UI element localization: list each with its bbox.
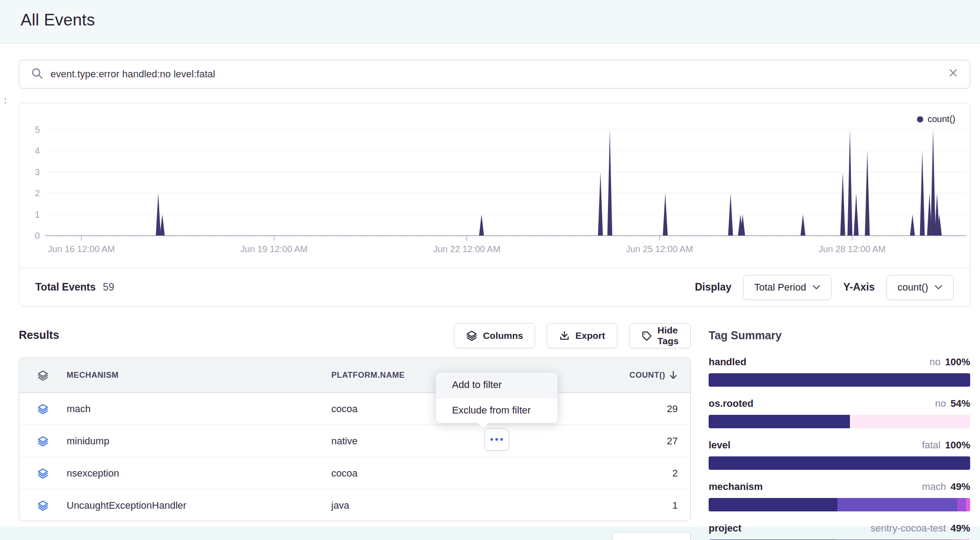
table-row[interactable]: minidumpnative27: [19, 425, 690, 457]
tag-name: project: [709, 523, 741, 534]
results-table: MECHANISM PLATFORM.NAME COUNT() machcoco…: [19, 358, 691, 521]
tag-summary-panel: Tag Summary handledno100%os.rootedno54%l…: [709, 329, 970, 540]
cell-count[interactable]: 1: [592, 500, 690, 511]
clear-search-icon[interactable]: [948, 68, 958, 80]
y-axis-tick-label: 0: [35, 231, 40, 240]
chevron-down-icon: [812, 285, 820, 290]
display-label: Display: [695, 281, 731, 293]
row-layers-icon[interactable]: [19, 435, 67, 447]
total-events-value: 59: [103, 281, 114, 293]
row-layers-icon[interactable]: [19, 403, 67, 415]
cell-count[interactable]: 27: [592, 435, 690, 447]
tag-group-os.rooted: os.rootedno54%: [709, 398, 970, 428]
results-title: Results: [19, 329, 59, 342]
legend-label: count(): [928, 114, 955, 124]
tag-percent: 49%: [950, 481, 970, 492]
chart-spike: [931, 130, 936, 236]
tag-distribution-bar[interactable]: [709, 373, 970, 387]
download-icon: [559, 330, 570, 342]
cell-platform[interactable]: native: [331, 435, 592, 447]
chevron-down-icon: [934, 285, 942, 290]
menu-item-exclude-from-filter[interactable]: Exclude from filter: [436, 398, 558, 423]
total-events-label: Total Events: [35, 281, 96, 293]
tag-top-value: no100%: [929, 356, 970, 368]
cell-actions-ellipsis-button[interactable]: [484, 428, 509, 451]
chart-spike: [479, 215, 484, 236]
tag-top-value: mach49%: [922, 481, 970, 493]
resize-handle[interactable]: [4, 98, 6, 104]
chart-spike: [840, 172, 845, 236]
tag-distribution-bar[interactable]: [709, 456, 970, 470]
cell-platform[interactable]: cocoa: [331, 468, 592, 479]
columns-button-label: Columns: [483, 330, 523, 341]
menu-item-add-to-filter[interactable]: Add to filter: [436, 372, 558, 397]
count-header-label: COUNT(): [629, 371, 665, 380]
x-axis-tick-label: Jun 19 12:00 AM: [241, 244, 308, 254]
tag-group-project: projectsentry-cocoa-test49%: [709, 523, 970, 540]
cell-context-menu: Add to filter Exclude from filter: [435, 372, 558, 423]
chart-spike: [598, 172, 603, 236]
export-button[interactable]: Export: [547, 323, 617, 348]
hide-tags-button[interactable]: Hide Tags: [629, 323, 691, 348]
search-icon: [31, 67, 43, 81]
layers-icon: [466, 330, 477, 342]
search-bar[interactable]: event.type:error handled:no level:fatal: [19, 60, 970, 89]
y-axis-tick-label: 1: [35, 210, 40, 219]
tag-group-mechanism: mechanismmach49%: [709, 481, 970, 511]
chart-legend[interactable]: count(): [917, 114, 955, 124]
tag-top-value: no54%: [935, 398, 970, 409]
tag-name: os.rooted: [709, 398, 753, 409]
header-layers-icon[interactable]: [19, 370, 67, 381]
tag-distribution-bar[interactable]: [709, 415, 970, 428]
yaxis-dropdown-value: count(): [898, 282, 928, 293]
row-layers-icon[interactable]: [19, 500, 67, 511]
page-title: All Events: [21, 11, 95, 30]
results-toolbar: Columns Export Hide Tags: [457, 323, 691, 348]
display-dropdown[interactable]: Total Period: [743, 275, 832, 300]
tag-top-value: fatal100%: [922, 439, 970, 451]
hide-tags-button-label: Hide Tags: [658, 325, 679, 346]
table-row[interactable]: UncaughtExceptionHandlerjava1: [19, 489, 690, 521]
tag-top-value: sentry-cocoa-test49%: [870, 523, 970, 534]
tag-percent: 49%: [950, 523, 970, 534]
row-layers-icon[interactable]: [19, 468, 67, 479]
chart-spike: [160, 215, 165, 236]
cell-platform[interactable]: java: [331, 500, 592, 511]
table-header-row: MECHANISM PLATFORM.NAME COUNT(): [19, 358, 690, 393]
x-axis-tick-label: Jun 25 12:00 AM: [626, 244, 693, 254]
tag-icon: [641, 330, 652, 342]
tag-bar-segment: [709, 415, 850, 428]
chart-spike: [910, 215, 915, 236]
cell-mechanism[interactable]: UncaughtExceptionHandler: [67, 500, 331, 511]
cell-mechanism[interactable]: mach: [67, 403, 331, 415]
tag-percent: 100%: [945, 356, 970, 367]
columns-button[interactable]: Columns: [454, 323, 535, 348]
events-chart-panel: count() 012345Jun 16 12:00 AMJun 19 12:0…: [19, 103, 970, 307]
chart-spike: [607, 130, 612, 236]
y-axis-tick-label: 2: [35, 188, 40, 198]
cell-count[interactable]: 29: [592, 403, 690, 415]
cell-count[interactable]: 2: [592, 468, 690, 479]
tag-distribution-bar[interactable]: [709, 498, 970, 511]
x-axis-tick-label: Jun 28 12:00 AM: [819, 244, 886, 254]
x-axis-tick-label: Jun 16 12:00 AM: [48, 244, 115, 254]
y-axis-tick-label: 3: [35, 167, 40, 177]
tag-bar-segment: [850, 415, 970, 428]
cell-mechanism[interactable]: minidump: [67, 435, 331, 447]
tag-name: mechanism: [709, 481, 763, 493]
legend-dot-icon: [917, 116, 923, 122]
column-header-count[interactable]: COUNT(): [592, 371, 690, 380]
tag-bar-segment: [709, 498, 837, 511]
tag-groups: handledno100%os.rootedno54%levelfatal100…: [709, 356, 970, 540]
yaxis-dropdown[interactable]: count(): [887, 275, 954, 300]
events-spike-chart[interactable]: 012345Jun 16 12:00 AMJun 19 12:00 AMJun …: [19, 103, 969, 270]
column-header-mechanism[interactable]: MECHANISM: [67, 371, 331, 380]
table-row[interactable]: nsexceptioncocoa2: [19, 457, 690, 489]
cell-mechanism[interactable]: nsexception: [67, 468, 331, 479]
pagination-button-cutoff[interactable]: [612, 532, 691, 540]
table-row[interactable]: machcocoa29: [19, 393, 690, 425]
search-input[interactable]: event.type:error handled:no level:fatal: [51, 68, 948, 80]
y-axis-tick-label: 4: [35, 146, 40, 156]
all-events-page: All Events event.type:error handled:no l…: [0, 0, 980, 540]
tag-bar-segment: [709, 373, 970, 387]
